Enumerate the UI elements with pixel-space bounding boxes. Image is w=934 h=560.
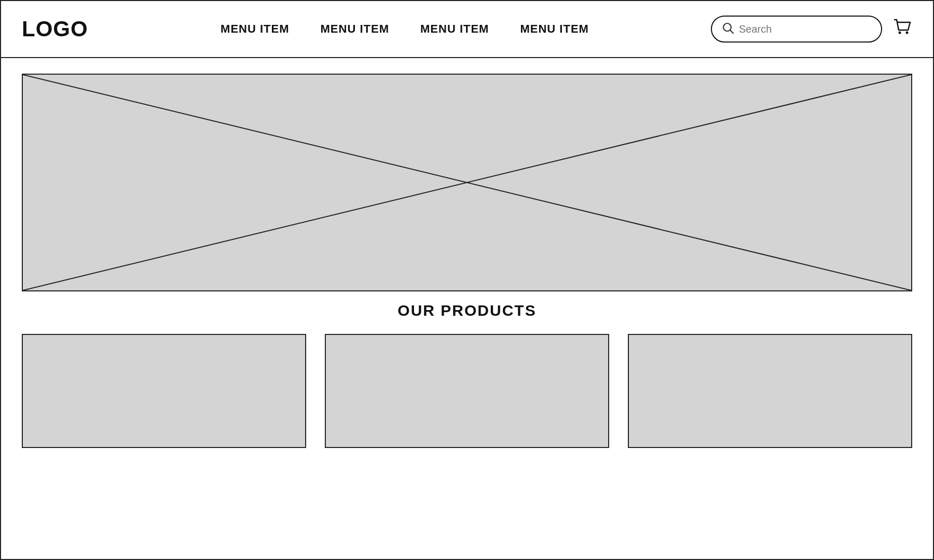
header: LOGO MENU ITEM MENU ITEM MENU ITEM MENU …: [1, 1, 933, 58]
svg-point-2: [899, 32, 901, 34]
nav-item-2[interactable]: MENU ITEM: [321, 22, 389, 36]
products-grid: [22, 334, 912, 448]
product-card-1[interactable]: [22, 334, 306, 448]
nav-item-3[interactable]: MENU ITEM: [420, 22, 489, 36]
products-section: OUR PRODUCTS: [22, 302, 912, 448]
page-wrapper: LOGO MENU ITEM MENU ITEM MENU ITEM MENU …: [0, 0, 934, 560]
search-input[interactable]: [739, 23, 871, 35]
search-icon: [722, 22, 734, 36]
header-right: [705, 16, 912, 43]
cart-icon[interactable]: [892, 17, 912, 41]
svg-line-1: [731, 30, 734, 33]
product-card-3[interactable]: [628, 334, 912, 448]
products-title: OUR PRODUCTS: [22, 302, 912, 319]
hero-image-placeholder: [22, 74, 912, 291]
product-card-2[interactable]: [325, 334, 609, 448]
svg-point-3: [906, 32, 909, 34]
hero-section: [22, 74, 912, 291]
nav-item-4[interactable]: MENU ITEM: [520, 22, 588, 36]
logo[interactable]: LOGO: [22, 17, 105, 41]
nav-item-1[interactable]: MENU ITEM: [221, 22, 289, 36]
nav-menu: MENU ITEM MENU ITEM MENU ITEM MENU ITEM: [105, 22, 705, 36]
search-bar[interactable]: [711, 16, 882, 43]
